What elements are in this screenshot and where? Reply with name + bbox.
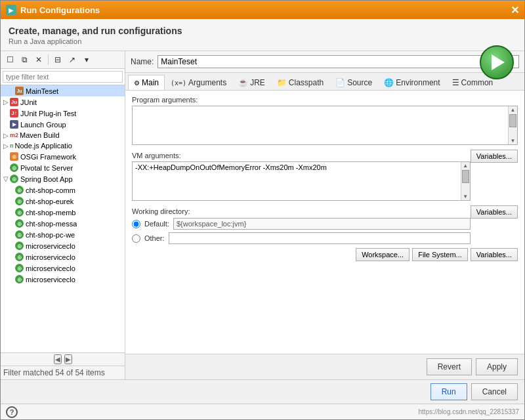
window-title: Run Configurations [20, 5, 100, 15]
tab-main[interactable]: ⚙ Main [128, 75, 165, 90]
vm-args-label: VM arguments: [132, 152, 518, 159]
file-system-button[interactable]: File System... [412, 248, 468, 261]
run-icon-button[interactable] [480, 45, 514, 79]
scroll-down-icon[interactable]: ▼ [463, 194, 468, 200]
scroll-up-icon[interactable]: ▲ [463, 163, 468, 169]
run-cancel-bar: Run Cancel [1, 379, 524, 404]
list-item[interactable]: ▷ m2 Maven Build [1, 130, 125, 140]
play-icon [492, 54, 505, 70]
working-dir-label: Working directory: [132, 207, 518, 215]
expand-icon[interactable]: ▷ [3, 98, 9, 106]
new-config-button[interactable]: ☐ [3, 53, 16, 66]
delete-button[interactable]: ✕ [32, 53, 45, 66]
window-icon: ▶ [6, 5, 16, 15]
filter-box [1, 69, 125, 85]
source-tab-icon: 📄 [335, 78, 345, 87]
junit-plugin-icon: J↑ [10, 109, 18, 117]
spring-child-icon: ⊕ [15, 242, 24, 250]
common-tab-icon: ☰ [452, 78, 459, 87]
workspace-button[interactable]: Workspace... [356, 248, 410, 261]
link-button[interactable]: ↗ [66, 53, 79, 66]
name-input[interactable] [158, 55, 519, 68]
scroll-down-icon[interactable]: ▼ [511, 138, 516, 144]
list-item[interactable]: ⊕ cht-shop-memb [1, 207, 125, 218]
variables-button[interactable]: Variables... [471, 248, 518, 261]
list-item[interactable]: ⊕ cht-shop-comm [1, 184, 125, 196]
name-row: Name: [125, 51, 524, 73]
program-args-input[interactable] [133, 106, 508, 144]
vm-args-input[interactable] [133, 162, 461, 200]
scroll-left-button[interactable]: ◀ [54, 354, 62, 364]
duplicate-button[interactable]: ⧉ [18, 53, 31, 66]
run-button[interactable]: Run [430, 383, 467, 400]
spring-child-icon: ⊕ [15, 186, 24, 194]
maven-prefix: m2 [10, 132, 18, 138]
title-bar: ▶ Run Configurations ✕ [1, 1, 524, 19]
list-item[interactable]: ⊕ cht-shop-messa [1, 218, 125, 229]
list-item[interactable]: Ju MainTeset [1, 85, 125, 96]
sidebar: ☐ ⧉ ✕ ⊟ ↗ ▾ Ju MainTeset [1, 51, 125, 379]
collapse-all-button[interactable]: ⊟ [51, 53, 64, 66]
scroll-thumb [509, 114, 516, 127]
main-content: ☐ ⧉ ✕ ⊟ ↗ ▾ Ju MainTeset [1, 51, 524, 379]
tree-scroll-controls: ◀ ▶ [1, 352, 125, 366]
arguments-tab-label: Arguments [188, 78, 226, 87]
environment-tab-icon: 🌐 [384, 78, 394, 87]
list-item[interactable]: ▽ ⊕ Spring Boot App [1, 173, 125, 184]
node-prefix: n [10, 142, 14, 149]
tab-source[interactable]: 📄 Source [329, 75, 378, 90]
other-radio-row: Other: [132, 232, 471, 244]
revert-button[interactable]: Revert [427, 358, 472, 375]
action-buttons-bar: Revert Apply [125, 354, 524, 379]
list-item[interactable]: ⊕ cht-shop-eurek [1, 196, 125, 207]
default-radio[interactable] [132, 220, 140, 228]
spring-child-icon: ⊕ [15, 219, 24, 228]
junit-icon: Ju [10, 98, 18, 106]
dropdown-button[interactable]: ▾ [80, 53, 93, 66]
close-button[interactable]: ✕ [511, 4, 519, 16]
list-item[interactable]: ▷ Ju JUnit [1, 96, 125, 108]
tab-jre[interactable]: ☕ JRE [232, 75, 271, 90]
main-tab-icon: ⚙ [134, 79, 140, 87]
other-radio[interactable] [132, 234, 140, 243]
list-item[interactable]: ▷ n Node.js Applicatio [1, 140, 125, 151]
list-item[interactable]: ⊕ microserviceclo [1, 262, 125, 274]
filter-status: Filter matched 54 of 54 items [3, 368, 105, 377]
spring-child-icon: ⊕ [15, 197, 24, 205]
apply-button[interactable]: Apply [476, 358, 518, 375]
list-item[interactable]: ▷ ▶ Launch Group [1, 119, 125, 130]
list-item[interactable]: ▷ ⊕ OSGi Framework [1, 151, 125, 162]
scroll-up-icon[interactable]: ▲ [511, 107, 516, 113]
scroll-track [509, 114, 517, 136]
status-url: https://blog.csdn.net/qq_22815337 [419, 408, 519, 415]
list-item[interactable]: ⊕ microserviceclo [1, 240, 125, 251]
run-configurations-window: ▶ Run Configurations ✕ Create, manage, a… [0, 0, 525, 420]
other-dir-input[interactable] [169, 232, 471, 244]
spring-child-icon: ⊕ [15, 253, 24, 261]
common-tab-label: Common [461, 78, 494, 87]
list-item[interactable]: ⊕ microserviceclo [1, 251, 125, 262]
program-args-scrollbar: ▲ ▼ [508, 106, 517, 144]
vm-args-wrapper: ▲ ▼ [132, 161, 471, 201]
working-dir-section: Working directory: Default: Other: [132, 207, 518, 261]
name-label: Name: [131, 57, 154, 66]
dir-buttons: Workspace... File System... Variables... [132, 248, 518, 261]
cancel-button[interactable]: Cancel [471, 383, 518, 400]
help-section: ? [6, 406, 18, 418]
tab-classpath[interactable]: 📁 Classpath [271, 75, 329, 90]
list-item[interactable]: ⊕ cht-shop-pc-we [1, 229, 125, 240]
list-item[interactable]: ▷ J↑ JUnit Plug-in Test [1, 108, 125, 119]
vm-variables-button[interactable]: Variables... [471, 205, 518, 219]
pivotal-icon: ⊕ [10, 163, 18, 172]
header: Create, manage, and run configurations R… [1, 19, 524, 51]
help-button[interactable]: ? [6, 406, 18, 418]
program-variables-button[interactable]: Variables... [471, 150, 518, 163]
filter-input[interactable] [3, 71, 123, 83]
tab-arguments[interactable]: (x=) Arguments [165, 75, 232, 90]
spring-expand-icon[interactable]: ▽ [3, 175, 9, 182]
scroll-right-button[interactable]: ▶ [64, 354, 72, 364]
tab-environment[interactable]: 🌐 Environment [378, 75, 446, 90]
list-item[interactable]: ▷ ⊕ Pivotal tc Server [1, 162, 125, 173]
list-item[interactable]: ⊕ microserviceclo [1, 274, 125, 285]
source-tab-label: Source [347, 78, 372, 87]
